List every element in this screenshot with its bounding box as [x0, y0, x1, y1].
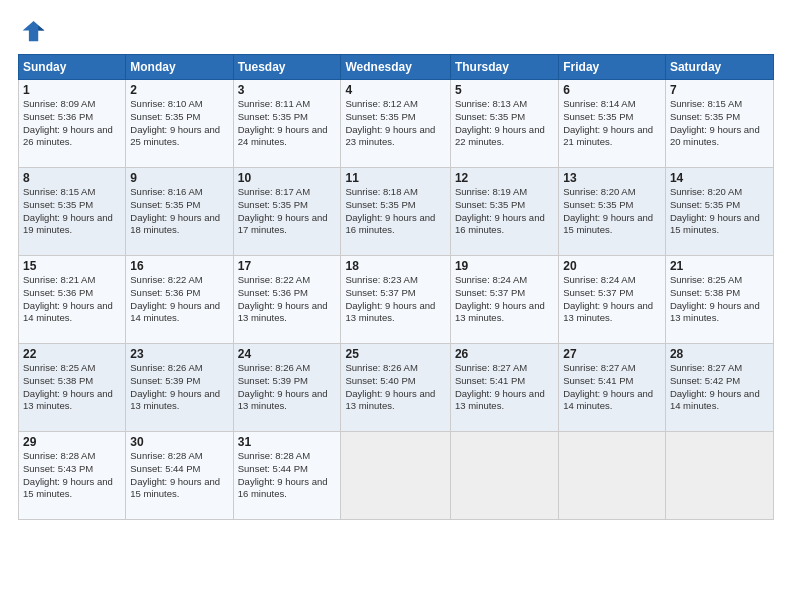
day-number: 7 [670, 83, 769, 97]
day-number: 6 [563, 83, 661, 97]
table-row: 17Sunrise: 8:22 AMSunset: 5:36 PMDayligh… [233, 256, 341, 344]
table-row: 12Sunrise: 8:19 AMSunset: 5:35 PMDayligh… [450, 168, 558, 256]
calendar-week-row: 29Sunrise: 8:28 AMSunset: 5:43 PMDayligh… [19, 432, 774, 520]
table-row: 18Sunrise: 8:23 AMSunset: 5:37 PMDayligh… [341, 256, 450, 344]
day-number: 12 [455, 171, 554, 185]
day-info: Sunrise: 8:15 AMSunset: 5:35 PMDaylight:… [23, 186, 121, 237]
day-info: Sunrise: 8:12 AMSunset: 5:35 PMDaylight:… [345, 98, 445, 149]
day-info: Sunrise: 8:13 AMSunset: 5:35 PMDaylight:… [455, 98, 554, 149]
day-number: 26 [455, 347, 554, 361]
day-info: Sunrise: 8:24 AMSunset: 5:37 PMDaylight:… [455, 274, 554, 325]
table-row: 2Sunrise: 8:10 AMSunset: 5:35 PMDaylight… [126, 80, 233, 168]
table-row: 28Sunrise: 8:27 AMSunset: 5:42 PMDayligh… [665, 344, 773, 432]
day-info: Sunrise: 8:26 AMSunset: 5:39 PMDaylight:… [238, 362, 337, 413]
calendar-week-row: 22Sunrise: 8:25 AMSunset: 5:38 PMDayligh… [19, 344, 774, 432]
table-row: 13Sunrise: 8:20 AMSunset: 5:35 PMDayligh… [559, 168, 666, 256]
table-row: 3Sunrise: 8:11 AMSunset: 5:35 PMDaylight… [233, 80, 341, 168]
day-number: 14 [670, 171, 769, 185]
table-row: 27Sunrise: 8:27 AMSunset: 5:41 PMDayligh… [559, 344, 666, 432]
day-number: 19 [455, 259, 554, 273]
day-number: 30 [130, 435, 228, 449]
day-info: Sunrise: 8:27 AMSunset: 5:42 PMDaylight:… [670, 362, 769, 413]
table-row [450, 432, 558, 520]
day-number: 21 [670, 259, 769, 273]
table-row: 1Sunrise: 8:09 AMSunset: 5:36 PMDaylight… [19, 80, 126, 168]
day-number: 11 [345, 171, 445, 185]
table-row: 8Sunrise: 8:15 AMSunset: 5:35 PMDaylight… [19, 168, 126, 256]
day-info: Sunrise: 8:20 AMSunset: 5:35 PMDaylight:… [563, 186, 661, 237]
day-info: Sunrise: 8:19 AMSunset: 5:35 PMDaylight:… [455, 186, 554, 237]
col-friday: Friday [559, 55, 666, 80]
day-number: 23 [130, 347, 228, 361]
day-number: 1 [23, 83, 121, 97]
day-info: Sunrise: 8:09 AMSunset: 5:36 PMDaylight:… [23, 98, 121, 149]
table-row: 25Sunrise: 8:26 AMSunset: 5:40 PMDayligh… [341, 344, 450, 432]
day-info: Sunrise: 8:20 AMSunset: 5:35 PMDaylight:… [670, 186, 769, 237]
header [18, 18, 774, 46]
day-number: 4 [345, 83, 445, 97]
table-row: 29Sunrise: 8:28 AMSunset: 5:43 PMDayligh… [19, 432, 126, 520]
day-number: 18 [345, 259, 445, 273]
day-info: Sunrise: 8:22 AMSunset: 5:36 PMDaylight:… [238, 274, 337, 325]
table-row: 7Sunrise: 8:15 AMSunset: 5:35 PMDaylight… [665, 80, 773, 168]
table-row [665, 432, 773, 520]
logo [18, 18, 50, 46]
day-info: Sunrise: 8:28 AMSunset: 5:44 PMDaylight:… [238, 450, 337, 501]
day-number: 16 [130, 259, 228, 273]
logo-icon [18, 18, 46, 46]
day-info: Sunrise: 8:18 AMSunset: 5:35 PMDaylight:… [345, 186, 445, 237]
day-number: 13 [563, 171, 661, 185]
table-row [341, 432, 450, 520]
page: Sunday Monday Tuesday Wednesday Thursday… [0, 0, 792, 612]
day-number: 9 [130, 171, 228, 185]
table-row: 9Sunrise: 8:16 AMSunset: 5:35 PMDaylight… [126, 168, 233, 256]
day-info: Sunrise: 8:22 AMSunset: 5:36 PMDaylight:… [130, 274, 228, 325]
day-number: 25 [345, 347, 445, 361]
day-info: Sunrise: 8:24 AMSunset: 5:37 PMDaylight:… [563, 274, 661, 325]
day-number: 22 [23, 347, 121, 361]
day-info: Sunrise: 8:27 AMSunset: 5:41 PMDaylight:… [455, 362, 554, 413]
day-number: 8 [23, 171, 121, 185]
table-row: 4Sunrise: 8:12 AMSunset: 5:35 PMDaylight… [341, 80, 450, 168]
table-row: 26Sunrise: 8:27 AMSunset: 5:41 PMDayligh… [450, 344, 558, 432]
day-info: Sunrise: 8:16 AMSunset: 5:35 PMDaylight:… [130, 186, 228, 237]
col-thursday: Thursday [450, 55, 558, 80]
day-number: 17 [238, 259, 337, 273]
day-info: Sunrise: 8:15 AMSunset: 5:35 PMDaylight:… [670, 98, 769, 149]
day-info: Sunrise: 8:25 AMSunset: 5:38 PMDaylight:… [23, 362, 121, 413]
table-row: 23Sunrise: 8:26 AMSunset: 5:39 PMDayligh… [126, 344, 233, 432]
table-row: 21Sunrise: 8:25 AMSunset: 5:38 PMDayligh… [665, 256, 773, 344]
table-row [559, 432, 666, 520]
calendar-header-row: Sunday Monday Tuesday Wednesday Thursday… [19, 55, 774, 80]
day-number: 20 [563, 259, 661, 273]
day-number: 31 [238, 435, 337, 449]
col-tuesday: Tuesday [233, 55, 341, 80]
day-info: Sunrise: 8:25 AMSunset: 5:38 PMDaylight:… [670, 274, 769, 325]
day-info: Sunrise: 8:23 AMSunset: 5:37 PMDaylight:… [345, 274, 445, 325]
day-number: 15 [23, 259, 121, 273]
day-info: Sunrise: 8:17 AMSunset: 5:35 PMDaylight:… [238, 186, 337, 237]
day-number: 29 [23, 435, 121, 449]
day-number: 27 [563, 347, 661, 361]
day-info: Sunrise: 8:21 AMSunset: 5:36 PMDaylight:… [23, 274, 121, 325]
day-info: Sunrise: 8:28 AMSunset: 5:43 PMDaylight:… [23, 450, 121, 501]
day-number: 5 [455, 83, 554, 97]
col-monday: Monday [126, 55, 233, 80]
calendar-week-row: 8Sunrise: 8:15 AMSunset: 5:35 PMDaylight… [19, 168, 774, 256]
calendar: Sunday Monday Tuesday Wednesday Thursday… [18, 54, 774, 520]
day-info: Sunrise: 8:28 AMSunset: 5:44 PMDaylight:… [130, 450, 228, 501]
table-row: 19Sunrise: 8:24 AMSunset: 5:37 PMDayligh… [450, 256, 558, 344]
col-sunday: Sunday [19, 55, 126, 80]
day-info: Sunrise: 8:26 AMSunset: 5:39 PMDaylight:… [130, 362, 228, 413]
day-info: Sunrise: 8:27 AMSunset: 5:41 PMDaylight:… [563, 362, 661, 413]
table-row: 16Sunrise: 8:22 AMSunset: 5:36 PMDayligh… [126, 256, 233, 344]
table-row: 11Sunrise: 8:18 AMSunset: 5:35 PMDayligh… [341, 168, 450, 256]
table-row: 24Sunrise: 8:26 AMSunset: 5:39 PMDayligh… [233, 344, 341, 432]
day-info: Sunrise: 8:10 AMSunset: 5:35 PMDaylight:… [130, 98, 228, 149]
col-saturday: Saturday [665, 55, 773, 80]
calendar-week-row: 15Sunrise: 8:21 AMSunset: 5:36 PMDayligh… [19, 256, 774, 344]
day-number: 28 [670, 347, 769, 361]
table-row: 10Sunrise: 8:17 AMSunset: 5:35 PMDayligh… [233, 168, 341, 256]
col-wednesday: Wednesday [341, 55, 450, 80]
day-info: Sunrise: 8:26 AMSunset: 5:40 PMDaylight:… [345, 362, 445, 413]
